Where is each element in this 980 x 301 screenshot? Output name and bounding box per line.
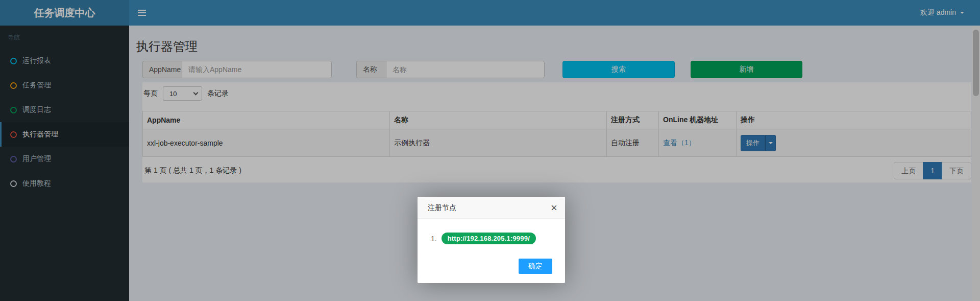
close-icon[interactable]: × [543, 197, 565, 219]
modal-body: 1. http://192.168.205.1:9999/ [418, 219, 565, 244]
node-url-badge: http://192.168.205.1:9999/ [442, 233, 536, 244]
node-index: 1. [431, 235, 437, 243]
registry-node-modal: 注册节点 × 1. http://192.168.205.1:9999/ 确定 [418, 197, 565, 283]
registry-node-item: 1. http://192.168.205.1:9999/ [431, 233, 555, 244]
confirm-button[interactable]: 确定 [519, 259, 552, 274]
modal-header: 注册节点 × [418, 197, 565, 219]
modal-title: 注册节点 [428, 203, 456, 212]
modal-footer: 确定 [418, 244, 565, 283]
